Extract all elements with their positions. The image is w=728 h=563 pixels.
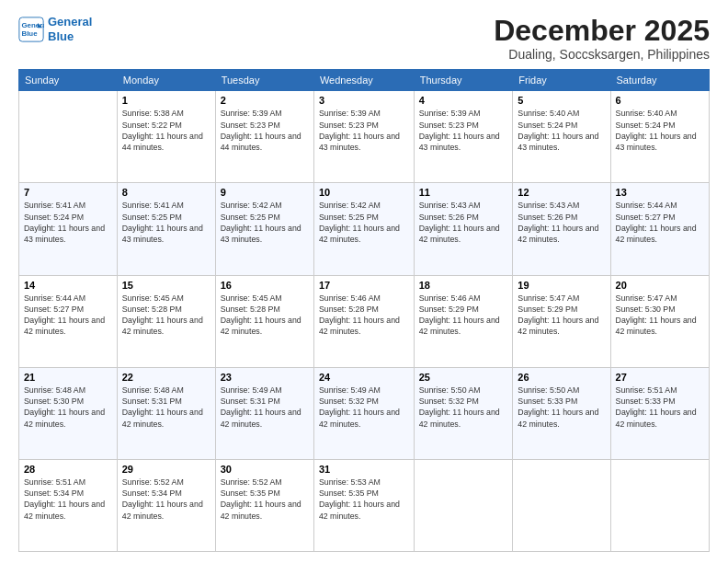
col-sunday: Sunday xyxy=(19,70,118,91)
day-info: Sunrise: 5:38 AMSunset: 5:22 PMDaylight:… xyxy=(122,108,210,153)
table-cell: 18Sunrise: 5:46 AMSunset: 5:29 PMDayligh… xyxy=(414,275,513,367)
day-info: Sunrise: 5:47 AMSunset: 5:30 PMDaylight:… xyxy=(616,293,704,338)
location: Dualing, Soccsksargen, Philippines xyxy=(494,47,710,62)
day-info: Sunrise: 5:50 AMSunset: 5:33 PMDaylight:… xyxy=(518,385,605,430)
day-number: 28 xyxy=(24,464,112,475)
table-cell: 29Sunrise: 5:52 AMSunset: 5:34 PMDayligh… xyxy=(117,459,215,551)
day-info: Sunrise: 5:51 AMSunset: 5:34 PMDaylight:… xyxy=(24,477,112,522)
day-info: Sunrise: 5:45 AMSunset: 5:28 PMDaylight:… xyxy=(221,293,309,338)
svg-text:General: General xyxy=(22,21,45,29)
day-number: 16 xyxy=(221,280,309,291)
day-number: 14 xyxy=(24,280,112,291)
day-number: 30 xyxy=(221,464,309,475)
day-number: 21 xyxy=(24,372,112,383)
day-number: 31 xyxy=(319,464,409,475)
table-cell xyxy=(414,459,513,551)
day-number: 6 xyxy=(616,95,704,106)
title-block: December 2025 Dualing, Soccsksargen, Phi… xyxy=(494,15,710,62)
table-cell: 6Sunrise: 5:40 AMSunset: 5:24 PMDaylight… xyxy=(610,91,709,183)
table-cell: 15Sunrise: 5:45 AMSunset: 5:28 PMDayligh… xyxy=(117,275,215,367)
day-info: Sunrise: 5:46 AMSunset: 5:29 PMDaylight:… xyxy=(419,293,508,338)
day-number: 27 xyxy=(616,372,704,383)
day-number: 13 xyxy=(616,187,704,198)
svg-text:Blue: Blue xyxy=(22,29,39,38)
day-number: 4 xyxy=(419,95,508,106)
week-row-0: 1Sunrise: 5:38 AMSunset: 5:22 PMDaylight… xyxy=(19,91,710,183)
day-number: 7 xyxy=(24,187,112,198)
day-info: Sunrise: 5:39 AMSunset: 5:23 PMDaylight:… xyxy=(221,108,309,153)
day-info: Sunrise: 5:44 AMSunset: 5:27 PMDaylight:… xyxy=(616,200,704,245)
day-info: Sunrise: 5:50 AMSunset: 5:32 PMDaylight:… xyxy=(419,385,508,430)
table-cell: 24Sunrise: 5:49 AMSunset: 5:32 PMDayligh… xyxy=(313,367,414,459)
day-number: 1 xyxy=(122,95,210,106)
week-row-1: 7Sunrise: 5:41 AMSunset: 5:24 PMDaylight… xyxy=(19,183,710,275)
table-cell: 2Sunrise: 5:39 AMSunset: 5:23 PMDaylight… xyxy=(215,91,313,183)
week-row-2: 14Sunrise: 5:44 AMSunset: 5:27 PMDayligh… xyxy=(19,275,710,367)
logo-line2: Blue xyxy=(48,29,74,43)
calendar-table: Sunday Monday Tuesday Wednesday Thursday… xyxy=(18,69,710,552)
day-info: Sunrise: 5:48 AMSunset: 5:31 PMDaylight:… xyxy=(122,385,210,430)
day-number: 18 xyxy=(419,280,508,291)
day-info: Sunrise: 5:39 AMSunset: 5:23 PMDaylight:… xyxy=(319,108,409,153)
day-info: Sunrise: 5:46 AMSunset: 5:28 PMDaylight:… xyxy=(319,293,409,338)
table-cell: 20Sunrise: 5:47 AMSunset: 5:30 PMDayligh… xyxy=(610,275,709,367)
day-number: 8 xyxy=(122,187,210,198)
table-cell: 5Sunrise: 5:40 AMSunset: 5:24 PMDaylight… xyxy=(513,91,610,183)
table-cell: 25Sunrise: 5:50 AMSunset: 5:32 PMDayligh… xyxy=(414,367,513,459)
header-row: Sunday Monday Tuesday Wednesday Thursday… xyxy=(19,70,710,91)
col-saturday: Saturday xyxy=(610,70,709,91)
table-cell: 10Sunrise: 5:42 AMSunset: 5:25 PMDayligh… xyxy=(313,183,414,275)
logo-icon: General Blue xyxy=(18,17,44,42)
table-cell: 27Sunrise: 5:51 AMSunset: 5:33 PMDayligh… xyxy=(610,367,709,459)
day-info: Sunrise: 5:52 AMSunset: 5:35 PMDaylight:… xyxy=(221,477,309,522)
day-info: Sunrise: 5:49 AMSunset: 5:31 PMDaylight:… xyxy=(221,385,309,430)
day-info: Sunrise: 5:41 AMSunset: 5:24 PMDaylight:… xyxy=(24,200,112,245)
table-cell: 4Sunrise: 5:39 AMSunset: 5:23 PMDaylight… xyxy=(414,91,513,183)
day-number: 23 xyxy=(221,372,309,383)
table-cell: 3Sunrise: 5:39 AMSunset: 5:23 PMDaylight… xyxy=(313,91,414,183)
col-monday: Monday xyxy=(117,70,215,91)
day-number: 17 xyxy=(319,280,409,291)
table-cell: 28Sunrise: 5:51 AMSunset: 5:34 PMDayligh… xyxy=(19,459,118,551)
day-info: Sunrise: 5:52 AMSunset: 5:34 PMDaylight:… xyxy=(122,477,210,522)
day-info: Sunrise: 5:53 AMSunset: 5:35 PMDaylight:… xyxy=(319,477,409,522)
col-friday: Friday xyxy=(513,70,610,91)
day-number: 20 xyxy=(616,280,704,291)
table-cell: 22Sunrise: 5:48 AMSunset: 5:31 PMDayligh… xyxy=(117,367,215,459)
col-thursday: Thursday xyxy=(414,70,513,91)
day-number: 24 xyxy=(319,372,409,383)
table-cell: 12Sunrise: 5:43 AMSunset: 5:26 PMDayligh… xyxy=(513,183,610,275)
table-cell: 31Sunrise: 5:53 AMSunset: 5:35 PMDayligh… xyxy=(313,459,414,551)
day-info: Sunrise: 5:43 AMSunset: 5:26 PMDaylight:… xyxy=(518,200,605,245)
logo-text: General Blue xyxy=(48,15,92,43)
day-number: 29 xyxy=(122,464,210,475)
month-title: December 2025 xyxy=(494,15,710,47)
table-cell: 8Sunrise: 5:41 AMSunset: 5:25 PMDaylight… xyxy=(117,183,215,275)
day-number: 25 xyxy=(419,372,508,383)
table-cell: 23Sunrise: 5:49 AMSunset: 5:31 PMDayligh… xyxy=(215,367,313,459)
day-info: Sunrise: 5:42 AMSunset: 5:25 PMDaylight:… xyxy=(221,200,309,245)
day-info: Sunrise: 5:40 AMSunset: 5:24 PMDaylight:… xyxy=(518,108,605,153)
page: General Blue General Blue December 2025 … xyxy=(0,0,728,563)
day-info: Sunrise: 5:43 AMSunset: 5:26 PMDaylight:… xyxy=(419,200,508,245)
col-tuesday: Tuesday xyxy=(215,70,313,91)
day-info: Sunrise: 5:40 AMSunset: 5:24 PMDaylight:… xyxy=(616,108,704,153)
day-number: 15 xyxy=(122,280,210,291)
day-number: 3 xyxy=(319,95,409,106)
day-number: 10 xyxy=(319,187,409,198)
table-cell: 7Sunrise: 5:41 AMSunset: 5:24 PMDaylight… xyxy=(19,183,118,275)
table-cell: 26Sunrise: 5:50 AMSunset: 5:33 PMDayligh… xyxy=(513,367,610,459)
day-info: Sunrise: 5:41 AMSunset: 5:25 PMDaylight:… xyxy=(122,200,210,245)
day-info: Sunrise: 5:49 AMSunset: 5:32 PMDaylight:… xyxy=(319,385,409,430)
col-wednesday: Wednesday xyxy=(313,70,414,91)
table-cell: 19Sunrise: 5:47 AMSunset: 5:29 PMDayligh… xyxy=(513,275,610,367)
day-number: 9 xyxy=(221,187,309,198)
table-cell xyxy=(513,459,610,551)
day-info: Sunrise: 5:39 AMSunset: 5:23 PMDaylight:… xyxy=(419,108,508,153)
day-number: 26 xyxy=(518,372,605,383)
week-row-3: 21Sunrise: 5:48 AMSunset: 5:30 PMDayligh… xyxy=(19,367,710,459)
day-info: Sunrise: 5:48 AMSunset: 5:30 PMDaylight:… xyxy=(24,385,112,430)
week-row-4: 28Sunrise: 5:51 AMSunset: 5:34 PMDayligh… xyxy=(19,459,710,551)
table-cell xyxy=(19,91,118,183)
day-info: Sunrise: 5:47 AMSunset: 5:29 PMDaylight:… xyxy=(518,293,605,338)
